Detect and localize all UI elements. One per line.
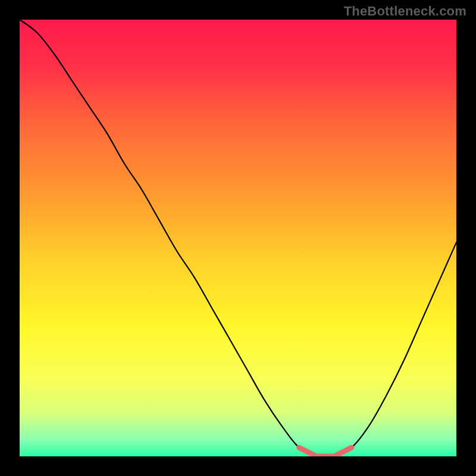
attribution-text: TheBottleneck.com [344,4,466,19]
chart-frame: TheBottleneck.com [0,0,476,476]
svg-rect-0 [20,20,456,456]
plot-area [20,20,456,456]
background-gradient [20,20,456,456]
